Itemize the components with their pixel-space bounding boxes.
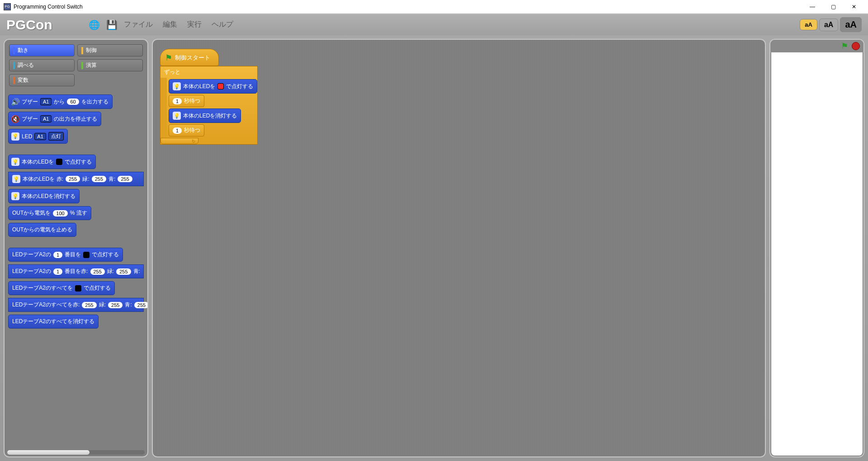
font-large-button[interactable]: aA — [840, 17, 862, 32]
font-medium-button[interactable]: aA — [819, 19, 838, 31]
menu-file[interactable]: ファイル — [124, 20, 153, 29]
menu-edit[interactable]: 編集 — [163, 20, 177, 29]
font-small-button[interactable]: aA — [800, 19, 817, 30]
minimize-button[interactable]: — — [802, 0, 823, 14]
window-titlebar: PG Programming Control Switch — ▢ ✕ — [0, 0, 868, 14]
save-icon[interactable]: 💾 — [106, 19, 118, 30]
close-button[interactable]: ✕ — [844, 0, 864, 14]
window-title: Programming Control Switch — [14, 4, 802, 10]
maximize-button[interactable]: ▢ — [823, 0, 844, 14]
top-toolbar: PGCon 🌐 💾 ファイル 編集 実行 ヘルプ aA aA aA — [0, 14, 868, 35]
app-logo: PGCon — [6, 17, 52, 33]
globe-icon[interactable]: 🌐 — [89, 19, 100, 30]
menu-run[interactable]: 実行 — [187, 20, 202, 29]
app-icon: PG — [4, 3, 11, 10]
menu-help[interactable]: ヘルプ — [212, 20, 233, 29]
